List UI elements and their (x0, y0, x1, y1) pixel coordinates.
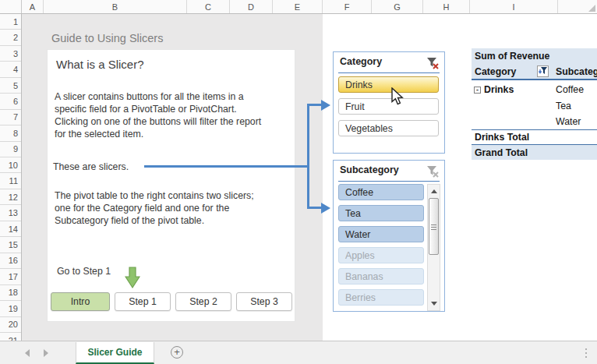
slicer-item-fruit[interactable]: Fruit (338, 98, 439, 115)
paragraph-line: Clicking on one of the buttons will filt… (55, 116, 261, 129)
pivot-subcategory-cell[interactable]: Water (556, 116, 581, 127)
next-sheet-icon[interactable] (44, 349, 48, 357)
slicer-item-berries[interactable]: Berries (338, 289, 424, 306)
row-header-4[interactable]: 4 (0, 62, 21, 77)
row-header-8[interactable]: 8 (0, 125, 21, 141)
column-header-i[interactable]: I (470, 0, 558, 13)
collapse-icon[interactable]: - (474, 87, 481, 94)
column-header-g[interactable]: G (372, 0, 423, 13)
new-sheet-icon[interactable]: + (171, 346, 183, 359)
row-header-18[interactable]: 18 (0, 285, 21, 301)
slicer-item-coffee[interactable]: Coffee (338, 184, 424, 200)
slicer-item-vegetables[interactable]: Vegetables (338, 120, 439, 136)
pivot-data-row[interactable]: -Drinks Coffee (472, 82, 597, 97)
step2-button[interactable]: Step 2 (175, 292, 231, 311)
pivot-col-category[interactable]: Category (475, 66, 516, 77)
pointer-line (144, 165, 309, 168)
intro-button-label: Intro (71, 296, 90, 307)
slicer-header-rule (338, 72, 440, 73)
pivot-filter-icon[interactable] (537, 65, 549, 77)
prev-sheet-icon[interactable] (25, 349, 30, 357)
pivot-grandtotal-row[interactable]: Grand Total (472, 144, 597, 160)
step1-button[interactable]: Step 1 (115, 292, 171, 311)
pointer-line-top (309, 104, 321, 106)
row-header-10[interactable]: 10 (0, 157, 21, 173)
subcategory-slicer-title: Subcategory (340, 164, 399, 175)
pivot-col-subcategory[interactable]: Subcategory (556, 66, 597, 77)
row-header-12[interactable]: 12 (0, 189, 21, 205)
pivot-subcategory-cell[interactable]: Tea (556, 101, 571, 111)
scrollbar-thumb[interactable] (429, 198, 439, 255)
row-header-19[interactable]: 19 (0, 301, 21, 316)
slicer-item-label: Bananas (345, 271, 383, 282)
clear-filter-disabled-icon (426, 165, 439, 178)
intro-button[interactable]: Intro (51, 292, 110, 311)
row-header-16[interactable]: 16 (0, 253, 21, 269)
row-header-20[interactable]: 20 (0, 317, 21, 333)
row-header-9[interactable]: 9 (0, 142, 21, 157)
step2-button-label: Step 2 (189, 296, 217, 307)
scroll-down-icon[interactable] (431, 302, 437, 306)
row-header-21[interactable]: 21 (0, 333, 21, 341)
slicer-item-drinks[interactable]: Drinks (338, 76, 439, 93)
row-header-7[interactable]: 7 (0, 110, 21, 125)
row-header-5[interactable]: 5 (0, 78, 21, 94)
pointer-label: These are slicers. (53, 161, 129, 174)
column-header-c[interactable]: C (187, 0, 230, 13)
step3-button[interactable]: Step 3 (236, 292, 292, 311)
row-header-2[interactable]: 2 (0, 30, 21, 45)
column-header-d[interactable]: D (230, 0, 273, 13)
sheet-tab-strip: Slicer Guide + (0, 341, 597, 364)
pivot-data-row[interactable]: Tea (472, 97, 597, 114)
step3-button-label: Step 3 (250, 296, 278, 307)
row-header-3[interactable]: 3 (0, 46, 21, 62)
paragraph-line: one for the Category field and one for t… (55, 203, 229, 215)
pivot-category-cell[interactable]: -Drinks (472, 84, 514, 95)
paragraph-line: Subcategory field of the pivot table. (55, 215, 204, 228)
arrowhead-top-icon (321, 100, 330, 111)
pivot-data-row[interactable]: Water (472, 114, 597, 129)
row-header-strip: 123456789101112131415161718192021 (0, 14, 22, 341)
pivot-title-label: Sum of Revenue (475, 51, 549, 62)
row-header-1[interactable]: 1 (0, 14, 21, 30)
pivot-subcategory-cell[interactable]: Coffee (556, 84, 584, 95)
sheet-tab-slicer-guide[interactable]: Slicer Guide (76, 342, 154, 364)
slicer-item-label: Apples (345, 250, 375, 261)
column-header-f[interactable]: F (323, 0, 372, 13)
slicer-item-label: Vegetables (345, 123, 393, 134)
category-slicer-title: Category (340, 56, 382, 67)
row-header-15[interactable]: 15 (0, 237, 21, 253)
column-header-h[interactable]: H (423, 0, 470, 13)
row-header-11[interactable]: 11 (0, 174, 21, 189)
slicer-item-bananas[interactable]: Bananas (338, 268, 424, 284)
slicer-header-rule (338, 181, 440, 182)
column-header-b[interactable]: B (44, 0, 187, 13)
pivot-subtotal-row[interactable]: Drinks Total (472, 129, 597, 144)
clear-filter-icon[interactable] (426, 57, 439, 69)
pivot-title-cell[interactable]: Sum of Revenue (472, 48, 597, 64)
slicer-scrollbar[interactable] (427, 184, 440, 311)
subcategory-slicer[interactable]: Subcategory Coffee Tea Water Apples Bana… (333, 160, 445, 312)
pointer-line-vertical (307, 104, 309, 209)
row-header-6[interactable]: 6 (0, 94, 21, 109)
mouse-cursor-icon (391, 87, 404, 106)
row-header-13[interactable]: 13 (0, 205, 21, 221)
row-header-14[interactable]: 14 (0, 221, 21, 237)
slicer-item-label: Water (345, 229, 370, 240)
pivot-subtotal-label: Drinks Total (475, 132, 529, 143)
slicer-item-tea[interactable]: Tea (338, 205, 424, 221)
guide-title: Guide to Using Slicers (51, 32, 163, 44)
category-slicer[interactable]: Category Drinks Fruit Vegetables (333, 51, 445, 154)
slicer-item-water[interactable]: Water (338, 226, 424, 242)
column-header-a[interactable]: A (22, 0, 44, 13)
slicer-item-label: Berries (345, 292, 376, 303)
row-header-17[interactable]: 17 (0, 269, 21, 284)
tab-scroll-dots-icon[interactable] (585, 348, 587, 358)
slicer-item-apples[interactable]: Apples (338, 247, 424, 263)
column-header-e[interactable]: E (273, 0, 323, 13)
pivot-table: Sum of Revenue Category Subcategory -Dri… (472, 48, 597, 161)
arrowhead-bottom-icon (321, 203, 330, 214)
paragraph-line: The pivot table to the right contains tw… (55, 190, 254, 203)
select-all-corner[interactable] (0, 0, 22, 13)
scroll-up-icon[interactable] (431, 189, 437, 193)
